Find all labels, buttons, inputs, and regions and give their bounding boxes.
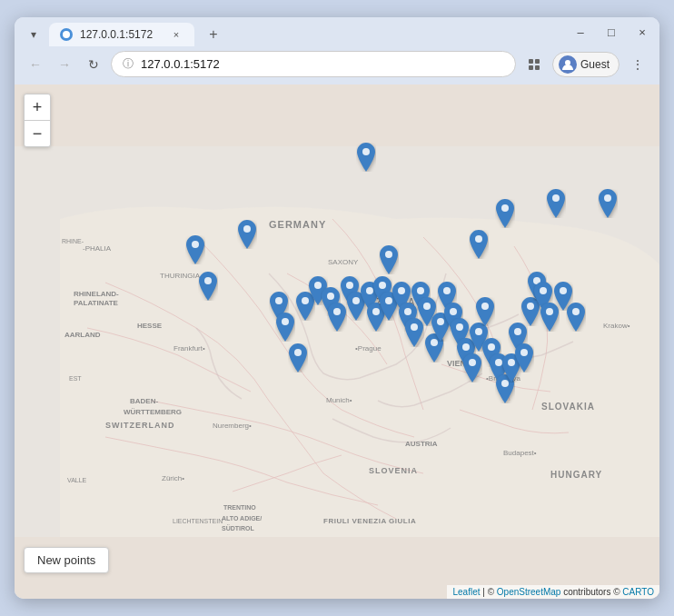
zoom-in-button[interactable]: + — [25, 94, 50, 120]
new-points-button[interactable]: New points — [24, 547, 109, 573]
map-pin[interactable] — [598, 189, 618, 218]
zoom-out-button[interactable]: − — [25, 121, 50, 146]
svg-text:SAXONY: SAXONY — [328, 258, 359, 266]
tab-favicon — [60, 28, 73, 41]
svg-text:TRENTINO: TRENTINO — [223, 504, 256, 511]
svg-point-70 — [456, 323, 463, 331]
svg-point-65 — [423, 303, 431, 310]
minimize-button[interactable]: – — [572, 24, 589, 40]
svg-rect-2 — [535, 59, 540, 64]
forward-button[interactable]: → — [53, 53, 76, 76]
svg-text:BADEN-: BADEN- — [130, 397, 158, 405]
svg-point-64 — [417, 287, 424, 294]
svg-text:SLOVENIA: SLOVENIA — [369, 466, 418, 475]
map-zoom-controls: + − — [24, 94, 51, 147]
svg-text:SWITZERLAND: SWITZERLAND — [105, 421, 175, 430]
new-tab-button[interactable]: + — [203, 25, 223, 45]
address-bar: ← → ↻ ⓘ 127.0.0.1:5172 Guest ⋮ — [15, 46, 659, 84]
svg-point-75 — [488, 343, 495, 351]
map-pin[interactable] — [237, 220, 257, 249]
svg-point-49 — [275, 297, 282, 304]
svg-text:HUNGARY: HUNGARY — [550, 470, 602, 480]
profile-icon — [559, 55, 577, 74]
svg-text:HESSE: HESSE — [137, 322, 163, 330]
svg-text:Nuremberg•: Nuremberg• — [213, 422, 252, 430]
svg-text:•Prague: •Prague — [355, 344, 382, 353]
svg-text:Zürich•: Zürich• — [162, 474, 184, 482]
close-window-button[interactable]: × — [634, 24, 650, 40]
svg-point-80 — [520, 349, 528, 356]
svg-point-42 — [243, 225, 251, 233]
extensions-button[interactable] — [521, 52, 547, 77]
attribution-text2: contributors © — [563, 587, 622, 597]
svg-point-43 — [192, 241, 199, 248]
leaflet-link[interactable]: Leaflet — [452, 587, 480, 597]
map-pin[interactable] — [514, 343, 534, 373]
svg-point-0 — [63, 31, 70, 38]
svg-text:WÜRTTEMBERG: WÜRTTEMBERG — [124, 408, 182, 416]
svg-text:RHINE-: RHINE- — [62, 238, 84, 244]
map-pin[interactable] — [379, 245, 399, 274]
svg-text:Krakow•: Krakow• — [603, 322, 630, 330]
toolbar-right: Guest ⋮ — [521, 52, 650, 77]
map-container[interactable]: GERMANY CZECHIA SLOVAKIA HUNGARY SLOVENI… — [15, 84, 659, 599]
svg-point-41 — [362, 148, 370, 155]
svg-text:ALTO ADIGE/: ALTO ADIGE/ — [222, 515, 262, 522]
tab-title: 127.0.0.1:5172 — [80, 28, 162, 41]
map-pin[interactable] — [495, 199, 515, 228]
svg-point-46 — [501, 204, 509, 212]
svg-point-54 — [333, 308, 341, 315]
map-pin[interactable] — [198, 272, 218, 301]
svg-text:EST: EST — [69, 375, 82, 382]
svg-point-48 — [604, 194, 611, 202]
svg-text:-PHALIA: -PHALIA — [83, 244, 112, 253]
svg-point-73 — [475, 328, 482, 335]
tab-close-button[interactable]: × — [169, 27, 183, 42]
browser-tab[interactable]: 127.0.0.1:5172 × — [49, 23, 194, 46]
svg-point-74 — [481, 303, 489, 310]
menu-button[interactable]: ⋮ — [625, 52, 650, 77]
svg-text:VALLE: VALLE — [67, 477, 87, 483]
svg-point-53 — [327, 293, 334, 300]
profile-label: Guest — [580, 58, 610, 71]
svg-point-50 — [282, 318, 289, 325]
map-pin[interactable] — [275, 313, 295, 342]
svg-text:AARLAND: AARLAND — [64, 331, 101, 339]
window-controls: – □ × — [572, 24, 650, 45]
attribution-text: | © — [482, 587, 497, 597]
svg-point-44 — [385, 251, 392, 258]
svg-point-88 — [204, 277, 212, 284]
map-pin[interactable] — [356, 143, 376, 172]
svg-text:Frankfurt•: Frankfurt• — [173, 344, 205, 353]
svg-point-69 — [450, 308, 457, 315]
map-pin[interactable] — [469, 230, 489, 259]
carto-link[interactable]: CARTO — [622, 587, 654, 597]
svg-point-61 — [398, 287, 405, 294]
map-pin[interactable] — [566, 303, 586, 332]
profile-button[interactable]: Guest — [552, 52, 619, 77]
url-text: 127.0.0.1:5172 — [141, 57, 504, 71]
map-pin[interactable] — [288, 343, 308, 373]
svg-text:SÜDTIROL: SÜDTIROL — [222, 524, 255, 532]
svg-point-72 — [469, 359, 476, 366]
svg-text:LIECHTENSTEIN: LIECHTENSTEIN — [173, 518, 223, 524]
svg-text:AUSTRIA: AUSTRIA — [405, 440, 438, 448]
svg-point-79 — [514, 328, 521, 335]
map-pin[interactable] — [327, 303, 347, 332]
svg-text:THURINGIA: THURINGIA — [160, 272, 201, 280]
back-button[interactable]: ← — [24, 53, 47, 76]
map-svg: GERMANY CZECHIA SLOVAKIA HUNGARY SLOVENI… — [15, 84, 659, 599]
osm-link[interactable]: OpenStreetMap — [497, 587, 561, 597]
maximize-button[interactable]: □ — [603, 24, 619, 40]
title-bar: ▾ 127.0.0.1:5172 × + – □ × — [15, 17, 659, 46]
svg-point-83 — [540, 287, 547, 294]
map-pin[interactable] — [546, 189, 566, 218]
svg-point-47 — [552, 194, 560, 202]
url-bar[interactable]: ⓘ 127.0.0.1:5172 — [111, 51, 516, 77]
svg-point-55 — [346, 282, 353, 289]
map-pin[interactable] — [462, 353, 482, 383]
map-pin[interactable] — [475, 297, 495, 326]
tab-dropdown-button[interactable]: ▾ — [24, 25, 44, 45]
reload-button[interactable]: ↻ — [82, 53, 105, 76]
map-pin[interactable] — [185, 235, 205, 264]
